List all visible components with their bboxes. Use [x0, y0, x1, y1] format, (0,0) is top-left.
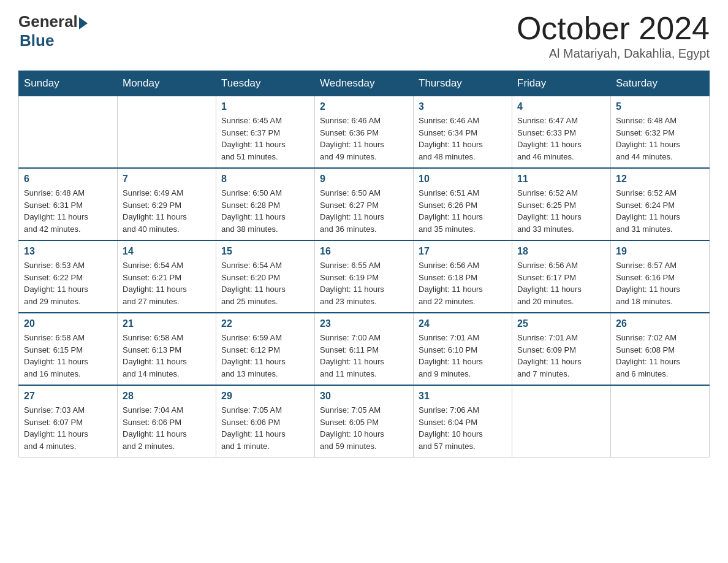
- page-header: General Blue October 2024 Al Matariyah, …: [18, 12, 710, 61]
- day-number: 17: [419, 246, 507, 257]
- calendar-week-row: 27Sunrise: 7:03 AM Sunset: 6:07 PM Dayli…: [19, 385, 710, 458]
- day-info: Sunrise: 6:52 AM Sunset: 6:24 PM Dayligh…: [616, 187, 704, 235]
- calendar-cell: 1Sunrise: 6:45 AM Sunset: 6:37 PM Daylig…: [216, 96, 315, 169]
- calendar-cell: 9Sunrise: 6:50 AM Sunset: 6:27 PM Daylig…: [315, 168, 414, 240]
- day-info: Sunrise: 6:49 AM Sunset: 6:29 PM Dayligh…: [123, 187, 211, 235]
- logo-general-text: General: [18, 12, 78, 31]
- calendar-cell: 27Sunrise: 7:03 AM Sunset: 6:07 PM Dayli…: [19, 385, 118, 458]
- calendar-week-row: 13Sunrise: 6:53 AM Sunset: 6:22 PM Dayli…: [19, 240, 710, 313]
- day-info: Sunrise: 6:48 AM Sunset: 6:31 PM Dayligh…: [24, 187, 112, 235]
- day-number: 1: [221, 101, 309, 112]
- day-number: 9: [320, 174, 408, 185]
- calendar-cell: 28Sunrise: 7:04 AM Sunset: 6:06 PM Dayli…: [118, 385, 216, 458]
- calendar-day-header: Wednesday: [315, 71, 414, 96]
- calendar-table: SundayMondayTuesdayWednesdayThursdayFrid…: [18, 71, 710, 458]
- calendar-day-header: Sunday: [19, 71, 118, 96]
- calendar-cell: [512, 385, 611, 458]
- calendar-cell: 11Sunrise: 6:52 AM Sunset: 6:25 PM Dayli…: [512, 168, 611, 240]
- day-info: Sunrise: 6:57 AM Sunset: 6:16 PM Dayligh…: [616, 259, 704, 307]
- calendar-day-header: Tuesday: [216, 71, 315, 96]
- day-number: 21: [123, 318, 211, 329]
- day-number: 31: [419, 391, 507, 402]
- day-number: 18: [517, 246, 605, 257]
- day-info: Sunrise: 7:03 AM Sunset: 6:07 PM Dayligh…: [24, 404, 112, 452]
- calendar-cell: 12Sunrise: 6:52 AM Sunset: 6:24 PM Dayli…: [611, 168, 710, 240]
- calendar-cell: 17Sunrise: 6:56 AM Sunset: 6:18 PM Dayli…: [414, 240, 512, 313]
- day-number: 29: [221, 391, 309, 402]
- day-info: Sunrise: 7:00 AM Sunset: 6:11 PM Dayligh…: [320, 332, 408, 380]
- day-number: 12: [616, 174, 704, 185]
- day-info: Sunrise: 6:51 AM Sunset: 6:26 PM Dayligh…: [419, 187, 507, 235]
- day-info: Sunrise: 6:50 AM Sunset: 6:28 PM Dayligh…: [221, 187, 309, 235]
- calendar-cell: 24Sunrise: 7:01 AM Sunset: 6:10 PM Dayli…: [414, 313, 512, 385]
- day-number: 14: [123, 246, 211, 257]
- calendar-cell: 3Sunrise: 6:46 AM Sunset: 6:34 PM Daylig…: [414, 96, 512, 169]
- calendar-cell: 6Sunrise: 6:48 AM Sunset: 6:31 PM Daylig…: [19, 168, 118, 240]
- day-number: 30: [320, 391, 408, 402]
- day-info: Sunrise: 7:01 AM Sunset: 6:10 PM Dayligh…: [419, 332, 507, 380]
- day-info: Sunrise: 6:50 AM Sunset: 6:27 PM Dayligh…: [320, 187, 408, 235]
- day-number: 15: [221, 246, 309, 257]
- calendar-cell: 16Sunrise: 6:55 AM Sunset: 6:19 PM Dayli…: [315, 240, 414, 313]
- calendar-cell: 5Sunrise: 6:48 AM Sunset: 6:32 PM Daylig…: [611, 96, 710, 169]
- day-info: Sunrise: 6:59 AM Sunset: 6:12 PM Dayligh…: [221, 332, 309, 380]
- logo-blue-text: Blue: [20, 31, 54, 50]
- day-number: 22: [221, 318, 309, 329]
- day-number: 24: [419, 318, 507, 329]
- calendar-day-header: Monday: [118, 71, 216, 96]
- day-info: Sunrise: 7:02 AM Sunset: 6:08 PM Dayligh…: [616, 332, 704, 380]
- day-info: Sunrise: 6:54 AM Sunset: 6:21 PM Dayligh…: [123, 259, 211, 307]
- day-info: Sunrise: 6:46 AM Sunset: 6:34 PM Dayligh…: [419, 115, 507, 163]
- day-info: Sunrise: 7:01 AM Sunset: 6:09 PM Dayligh…: [517, 332, 605, 380]
- day-info: Sunrise: 6:53 AM Sunset: 6:22 PM Dayligh…: [24, 259, 112, 307]
- calendar-cell: 25Sunrise: 7:01 AM Sunset: 6:09 PM Dayli…: [512, 313, 611, 385]
- calendar-week-row: 20Sunrise: 6:58 AM Sunset: 6:15 PM Dayli…: [19, 313, 710, 385]
- logo: General Blue: [18, 12, 88, 50]
- calendar-day-header: Thursday: [414, 71, 512, 96]
- day-info: Sunrise: 7:05 AM Sunset: 6:06 PM Dayligh…: [221, 404, 309, 452]
- calendar-day-header: Friday: [512, 71, 611, 96]
- title-section: October 2024 Al Matariyah, Dakahlia, Egy…: [517, 12, 710, 61]
- calendar-cell: [118, 96, 216, 169]
- day-info: Sunrise: 6:54 AM Sunset: 6:20 PM Dayligh…: [221, 259, 309, 307]
- calendar-cell: 31Sunrise: 7:06 AM Sunset: 6:04 PM Dayli…: [414, 385, 512, 458]
- day-number: 5: [616, 101, 704, 112]
- calendar-cell: 10Sunrise: 6:51 AM Sunset: 6:26 PM Dayli…: [414, 168, 512, 240]
- calendar-cell: 22Sunrise: 6:59 AM Sunset: 6:12 PM Dayli…: [216, 313, 315, 385]
- day-info: Sunrise: 6:55 AM Sunset: 6:19 PM Dayligh…: [320, 259, 408, 307]
- day-number: 13: [24, 246, 112, 257]
- day-number: 11: [517, 174, 605, 185]
- day-info: Sunrise: 7:06 AM Sunset: 6:04 PM Dayligh…: [419, 404, 507, 452]
- day-info: Sunrise: 6:46 AM Sunset: 6:36 PM Dayligh…: [320, 115, 408, 163]
- day-info: Sunrise: 6:56 AM Sunset: 6:17 PM Dayligh…: [517, 259, 605, 307]
- calendar-cell: 7Sunrise: 6:49 AM Sunset: 6:29 PM Daylig…: [118, 168, 216, 240]
- day-number: 16: [320, 246, 408, 257]
- calendar-week-row: 6Sunrise: 6:48 AM Sunset: 6:31 PM Daylig…: [19, 168, 710, 240]
- calendar-cell: 30Sunrise: 7:05 AM Sunset: 6:05 PM Dayli…: [315, 385, 414, 458]
- day-info: Sunrise: 7:05 AM Sunset: 6:05 PM Dayligh…: [320, 404, 408, 452]
- calendar-cell: 23Sunrise: 7:00 AM Sunset: 6:11 PM Dayli…: [315, 313, 414, 385]
- day-number: 10: [419, 174, 507, 185]
- calendar-cell: 18Sunrise: 6:56 AM Sunset: 6:17 PM Dayli…: [512, 240, 611, 313]
- day-number: 28: [123, 391, 211, 402]
- logo-arrow-icon: [79, 17, 88, 29]
- day-number: 8: [221, 174, 309, 185]
- month-title: October 2024: [517, 12, 710, 44]
- day-number: 19: [616, 246, 704, 257]
- location-subtitle: Al Matariyah, Dakahlia, Egypt: [517, 47, 710, 61]
- day-info: Sunrise: 7:04 AM Sunset: 6:06 PM Dayligh…: [123, 404, 211, 452]
- calendar-cell: [19, 96, 118, 169]
- day-info: Sunrise: 6:52 AM Sunset: 6:25 PM Dayligh…: [517, 187, 605, 235]
- calendar-cell: 19Sunrise: 6:57 AM Sunset: 6:16 PM Dayli…: [611, 240, 710, 313]
- calendar-cell: 21Sunrise: 6:58 AM Sunset: 6:13 PM Dayli…: [118, 313, 216, 385]
- calendar-cell: 2Sunrise: 6:46 AM Sunset: 6:36 PM Daylig…: [315, 96, 414, 169]
- day-number: 4: [517, 101, 605, 112]
- calendar-cell: [611, 385, 710, 458]
- calendar-cell: 20Sunrise: 6:58 AM Sunset: 6:15 PM Dayli…: [19, 313, 118, 385]
- day-number: 26: [616, 318, 704, 329]
- calendar-cell: 8Sunrise: 6:50 AM Sunset: 6:28 PM Daylig…: [216, 168, 315, 240]
- day-info: Sunrise: 6:56 AM Sunset: 6:18 PM Dayligh…: [419, 259, 507, 307]
- calendar-week-row: 1Sunrise: 6:45 AM Sunset: 6:37 PM Daylig…: [19, 96, 710, 169]
- calendar-cell: 26Sunrise: 7:02 AM Sunset: 6:08 PM Dayli…: [611, 313, 710, 385]
- calendar-cell: 4Sunrise: 6:47 AM Sunset: 6:33 PM Daylig…: [512, 96, 611, 169]
